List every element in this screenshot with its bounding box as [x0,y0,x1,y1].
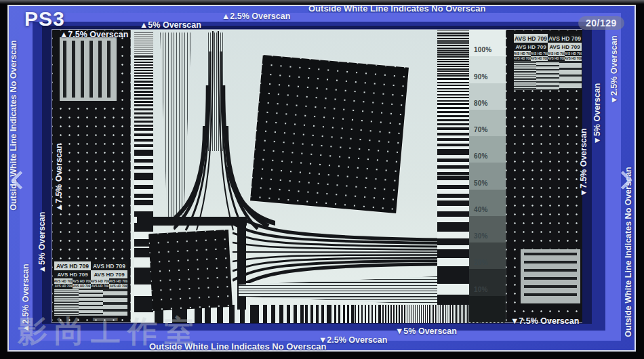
overscan-label-bottom-2-5: ▼2.5% Overscan [319,335,387,345]
ramp-segment [329,305,355,323]
overscan-label-right-7-5: ▼7.5% Overscan [579,128,588,196]
grayscale-step [469,296,506,322]
ramp-segment [134,176,153,200]
photo-counter-badge: 20/129 [578,16,624,30]
ramp-segment [305,305,330,323]
avs-label-cell: AVS HD 709 [531,56,548,61]
overscan-label-left-5: ▲5% Overscan [37,212,47,274]
ramp-segment [437,103,469,127]
ramp-segment [134,104,153,128]
grayscale-step: 20% [469,242,506,269]
grayscale-step-label: 90% [469,73,488,83]
grayscale-step-label: 30% [469,232,488,242]
ramp-segment [134,56,153,80]
avs-stripe-patch [536,61,559,89]
ps3-logo: PS3 [24,7,65,30]
corner-bracket-horizontal [137,217,247,226]
avs-label-cell: AVS HD 709 [565,51,582,56]
grayscale-step-label: 10% [469,286,488,296]
avs-label-cell: AVS HD 709 [91,284,109,289]
avs-stripe-patch [79,289,103,316]
avs-label-cell: AVS HD 709 [109,278,127,284]
ramp-segment [355,305,380,323]
avs-label-cell: AVS HD 709 [548,56,565,61]
ramp-segment [255,305,280,323]
grayscale-step: 10% [469,269,506,295]
ramp-segment [437,200,469,225]
ramp-segment [437,249,469,274]
overscan-label-top-7-5: ▲7.5% Overscan [60,30,128,39]
ramp-segment [134,81,153,104]
ramp-segment [380,305,405,323]
overscan-label-left-7-5: ▲7.5% Overscan [54,143,64,211]
ramp-segment [437,54,469,79]
ramp-segment [437,30,469,54]
avs-stripe-patch [103,289,127,316]
ramp-segment [437,274,469,298]
horizontal-trumpet-figure [233,219,437,283]
avs-text-block-top-right: AVS HD 709AVS HD 709AVS HD 709AVS HD 709… [514,34,582,89]
grayscale-step-label: 40% [469,206,488,216]
grayscale-step-label: 20% [469,259,488,269]
ramp-segment [437,79,469,103]
avs-label-cell: AVS HD 709 [91,278,109,284]
overscan-label-bottom-7-5: ▼7.5% Overscan [510,316,579,326]
avs-label-cell: AVS HD 709 [54,284,73,289]
overscan-label-left-2-5: ▲2.5% Overscan [21,263,31,332]
grayscale-step-label: 100% [469,46,491,56]
avs-label-cell: AVS HD 709 [514,43,548,51]
grayscale-step: 60% [469,136,506,163]
avs-stripe-patch [54,289,79,316]
ramp-segment [134,296,153,320]
tilted-black-quad [148,230,233,311]
ramp-segment [134,33,153,56]
ramp-segment [134,152,153,176]
overscan-label-right-2-5: ▼2.5% Overscan [609,35,619,104]
avs-label-cell: AVS HD 709 [565,56,582,61]
border-note-top: Outside White Line Indicates No Overscan [308,3,486,14]
grayscale-step-label: 70% [469,126,488,136]
tilted-black-square [250,55,409,213]
avs-label-cell: AVS HD 709 [91,270,127,278]
avs-label-cell: AVS HD 709 [109,284,127,289]
avs-label-cell: AVS HD 709 [91,261,127,270]
overscan-label-top-2-5: ▲2.5% Overscan [222,12,290,21]
grayscale-step: 90% [469,56,506,83]
avs-label-cell: AVS HD 709 [54,278,73,284]
ramp-segment [430,305,455,323]
avs-label-cell: AVS HD 709 [514,56,531,61]
ramp-segment [280,305,305,323]
grayscale-step: 50% [469,163,506,189]
overscan-label-bottom-5: ▼5% Overscan [395,326,457,336]
avs-stripe-patch [559,61,582,89]
grayscale-step: 100% [469,30,506,56]
grayscale-step: 70% [469,110,506,136]
ramp-segment [134,128,153,152]
grayscale-step-label [469,320,474,322]
horizontal-bar-ramp [437,30,469,322]
ramp-segment [437,176,469,200]
overscan-label-top-5: ▲5% Overscan [140,20,201,30]
avs-label-cell: AVS HD 709 [514,51,531,56]
grayscale-step: 40% [469,190,506,216]
ramp-segment [405,305,430,323]
overscan-label-right-5: ▼5% Overscan [592,83,602,145]
avs-label-cell: AVS HD 709 [73,284,91,289]
avs-label-cell: AVS HD 709 [548,51,565,56]
avs-label-cell: AVS HD 709 [54,261,91,270]
grayscale-step-label: 50% [469,180,488,190]
avs-label-cell: AVS HD 709 [548,34,582,43]
avs-label-cell: AVS HD 709 [514,34,548,43]
grayscale-step: 30% [469,216,506,242]
avs-text-block-bottom-left: AVS HD 709AVS HD 709AVS HD 709AVS HD 709… [54,261,127,316]
border-note-bottom: Outside White Line Indicates No Overscan [149,341,327,352]
avs-stripe-patch [514,61,536,89]
border-note-right: Outside White Line Indicates No Overscan [624,167,633,337]
avs-label-cell: AVS HD 709 [548,43,582,51]
grayscale-step-label: 60% [469,152,488,163]
avs-label-cell: AVS HD 709 [531,51,548,56]
ramp-segment [437,225,469,249]
overscan-stripe-box-top-left [60,37,117,101]
ramp-segment [437,127,469,152]
grayscale-step-label: 80% [469,100,488,110]
